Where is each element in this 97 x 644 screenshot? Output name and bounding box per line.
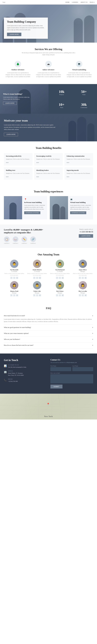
social-in-0[interactable]: in <box>16 277 18 279</box>
social-fb-2[interactable]: f <box>56 277 58 279</box>
indoor-name: Indoor Adventure <box>36 69 61 71</box>
social-fb-3[interactable]: f <box>79 277 81 279</box>
nav-home[interactable]: HOME <box>65 2 69 3</box>
social-tw-3[interactable]: t <box>82 277 84 279</box>
first-name-label: First Name <box>50 365 71 367</box>
nav-landing[interactable]: LANDING <box>72 2 78 3</box>
what-is-button[interactable]: learn more <box>3 102 17 105</box>
team-role-2: Co-founder <box>50 271 70 272</box>
social-tw-7[interactable]: t <box>82 294 84 296</box>
benefit-0-link[interactable]: more <box>6 162 9 163</box>
contact-email-link[interactable]: info@company.com <box>66 362 77 363</box>
nav-about[interactable]: ABOUT US <box>80 2 87 3</box>
social-tw-1[interactable]: t <box>36 277 38 279</box>
map-bg: 📍 New York <box>0 394 97 420</box>
team-socials-2: f t in <box>50 277 70 279</box>
team-role-5: Manager <box>27 292 48 294</box>
exp-inperson-button[interactable]: In-Person Activities <box>24 211 40 214</box>
nav-page4[interactable]: PAGE 4 <box>90 2 94 3</box>
faq-item-0[interactable]: How much lead time do we need? ▾ Lorem i… <box>4 313 93 324</box>
hero-section: Team Building Company Lorem ipsum dolor … <box>0 0 97 42</box>
loved-icon-3-circle: 🔗 <box>30 236 36 242</box>
motivate-desc: Lorem ipsum dolor sit amet, consectetur … <box>4 124 56 131</box>
motivate-button[interactable]: learn more <box>4 133 18 136</box>
team-socials-0: f t in <box>4 277 25 279</box>
faq-question-0: How much lead time do we need? ▾ <box>4 315 93 317</box>
social-in-1[interactable]: in <box>39 277 41 279</box>
faq-item-2[interactable]: What are your venue insurance options? ▾ <box>4 330 93 336</box>
loved-icon-0-label: CONTACT <box>4 243 10 244</box>
team-member-7: 👩 Mia Carvalho Manager f t in <box>72 281 93 296</box>
social-fb-1[interactable]: f <box>33 277 35 279</box>
social-tw-6[interactable]: t <box>59 294 61 296</box>
faq-chevron-0: ▾ <box>92 315 93 317</box>
what-is-desc: Lorem ipsum dolor sit amet consectetur a… <box>3 96 32 100</box>
outdoor-desc: Lorem ipsum dolor sit ut reprehenderit i… <box>5 72 31 78</box>
exp-virtual: 💻 Virtual team building Lorem ipsum dolo… <box>50 196 93 219</box>
social-in-6[interactable]: in <box>62 294 64 296</box>
team-avatar-1: 👩 <box>33 260 41 268</box>
benefit-1-link[interactable]: more <box>36 162 39 163</box>
phone-number: +1(234) 556-900 <box>8 380 18 382</box>
social-in-2[interactable]: in <box>62 277 64 279</box>
social-fb-6[interactable]: f <box>56 294 58 296</box>
team-socials-7: f t in <box>72 294 93 296</box>
loved-icon-0: 📋 CONTACT <box>4 236 10 244</box>
team-avatar-3: 👨 <box>79 260 87 268</box>
message-label: How can we help? <box>50 372 93 374</box>
team-name-1: Jennie Roberts <box>27 269 48 270</box>
exp-inperson-desc: Lorem ipsum dolor sit amet, consectetur … <box>24 204 45 210</box>
team-member-4: 👩 Monica Pouli Manager f t in <box>4 281 25 296</box>
benefit-5-link[interactable]: more <box>67 176 69 178</box>
social-fb-4[interactable]: f <box>10 294 13 296</box>
team-member-1: 👩 Jennie Roberts Co-founder Donec ac nib… <box>27 260 48 279</box>
submit-button[interactable]: Submit <box>50 384 62 388</box>
benefit-2-link[interactable]: more <box>67 162 69 163</box>
what-is-section: What is team building? Lorem ipsum dolor… <box>0 84 97 114</box>
faq-item-4[interactable]: How do we choose the best event for our … <box>4 342 93 348</box>
social-fb-0[interactable]: f <box>10 277 13 279</box>
contact-right: Contact Us You can reach us anytime via … <box>50 359 93 388</box>
stat-team-number: 50+ <box>73 90 94 94</box>
loved-by-section: Loved by 40,000+ managers & 1,000,000+ e… <box>0 224 97 248</box>
message-input[interactable] <box>50 374 93 383</box>
office-label: OFFICE <box>8 370 24 372</box>
last-name-input[interactable] <box>72 367 93 371</box>
team-name-6: Bob Wilson <box>50 290 70 292</box>
exp-virtual-button[interactable]: In-Person Activities <box>70 211 86 214</box>
social-tw-2[interactable]: t <box>59 277 61 279</box>
social-in-3[interactable]: in <box>84 277 87 279</box>
faq-question-2: What are your venue insurance options? ▾ <box>4 332 93 334</box>
contact-chart: 📊 33 CHART TO US Use this short paragrap… <box>4 364 47 368</box>
benefit-4-link[interactable]: more <box>36 176 39 178</box>
social-tw-4[interactable]: t <box>13 294 15 296</box>
exp-virtual-img <box>50 196 68 219</box>
social-fb-7[interactable]: f <box>79 294 81 296</box>
outdoor-name: Outdoor Adventure <box>5 69 31 71</box>
social-tw-0[interactable]: t <box>13 277 15 279</box>
service-indoor: ⛰ Indoor Adventure Lorem ipsum dolor sit… <box>35 60 63 79</box>
team-desc-0: Donec ac nibh sit amet dui semper finibu… <box>4 273 25 276</box>
faq-item-3[interactable]: Who are your facilitators? ▾ <box>4 336 93 342</box>
indoor-desc: Lorem ipsum dolor sit ut reprehenderit i… <box>36 72 61 78</box>
motivate-title: Motivate your team <box>4 119 56 122</box>
team-socials-4: f t in <box>4 294 25 296</box>
social-tw-5[interactable]: t <box>36 294 38 296</box>
virtual-icon: 💻 <box>76 61 82 67</box>
benefit-2-text: Sample text. Click to select the Text El… <box>67 158 91 160</box>
benefit-3-link[interactable]: more <box>6 176 9 178</box>
faq-item-1[interactable]: What are good questions for team buildin… <box>4 324 93 330</box>
social-fb-5[interactable]: f <box>33 294 35 296</box>
social-in-4[interactable]: in <box>16 294 18 296</box>
first-name-input[interactable] <box>50 367 71 371</box>
hero-cta-button[interactable]: learn more <box>7 33 21 36</box>
svg-line-14 <box>58 394 62 420</box>
loved-by-button[interactable]: learn more <box>79 234 93 238</box>
social-in-7[interactable]: in <box>84 294 87 296</box>
social-in-5[interactable]: in <box>39 294 41 296</box>
team-role-7: Manager <box>72 292 93 294</box>
phone-label: PHONE <box>8 378 18 380</box>
hero-content-card: Team Building Company Lorem ipsum dolor … <box>4 18 48 39</box>
contact-left: Get in Touch 📊 33 CHART TO US Use this s… <box>4 359 47 388</box>
experiences-title: Team building experiences <box>4 190 93 193</box>
